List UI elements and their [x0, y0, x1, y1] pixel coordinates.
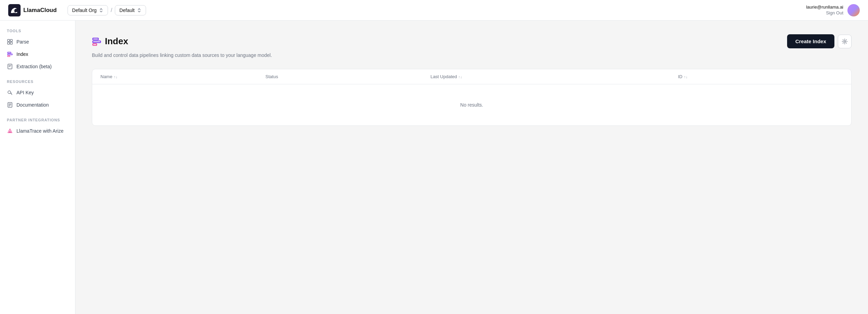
user-info: laurie@runllama.ai Sign Out [806, 4, 843, 16]
chevron-updown-icon-2 [137, 8, 142, 13]
page-subtitle: Build and control data pipelines linking… [92, 52, 852, 58]
app-header: LlamaCloud Default Org / Default laurie@… [0, 0, 868, 21]
settings-button[interactable] [838, 35, 852, 48]
project-selector[interactable]: Default [115, 5, 146, 15]
page-header: Index Create Index [92, 34, 852, 48]
svg-point-9 [8, 91, 11, 94]
main-content: Index Create Index Build and control dat… [75, 21, 868, 314]
svg-rect-4 [10, 42, 12, 44]
grid-icon [7, 39, 13, 45]
svg-point-14 [844, 40, 846, 42]
logo-text: LlamaCloud [23, 7, 57, 14]
page-icon [92, 37, 101, 46]
logo-icon [8, 4, 21, 16]
org-selector[interactable]: Default Org [68, 5, 108, 15]
svg-rect-13 [93, 44, 97, 45]
partner-section: PARTNER INTEGRATIONS LlamaTrace with Ari… [0, 118, 75, 137]
org-label: Default Org [72, 8, 97, 13]
column-last-updated[interactable]: Last Updated ↑↓ [431, 74, 678, 79]
header-actions: Create Index [787, 34, 852, 48]
svg-rect-11 [93, 38, 98, 40]
partner-section-label: PARTNER INTEGRATIONS [0, 118, 75, 125]
sort-arrows-id: ↑↓ [684, 75, 688, 79]
main-layout: TOOLS Parse [0, 21, 868, 314]
column-name[interactable]: Name ↑↓ [100, 74, 265, 79]
user-email: laurie@runllama.ai [806, 4, 843, 10]
avatar-image [847, 4, 860, 16]
sidebar-item-documentation[interactable]: Documentation [0, 99, 75, 111]
documentation-label: Documentation [16, 102, 49, 108]
table-body: No results. [92, 84, 851, 125]
svg-rect-0 [8, 4, 21, 16]
doc-icon [7, 102, 13, 108]
sidebar-item-api-key[interactable]: API Key [0, 86, 75, 99]
index-icon [7, 51, 13, 57]
svg-rect-7 [8, 56, 10, 57]
svg-rect-12 [93, 41, 101, 43]
sort-arrows-updated: ↑↓ [458, 75, 462, 79]
parse-label: Parse [16, 39, 29, 45]
svg-rect-5 [8, 52, 11, 53]
svg-rect-6 [8, 54, 12, 55]
column-id[interactable]: ID ↑↓ [678, 74, 843, 79]
table-header: Name ↑↓ Status Last Updated ↑↓ ID ↑↓ [92, 69, 851, 84]
chevron-updown-icon [99, 8, 104, 13]
resources-section: RESOURCES API Key Documentati [0, 80, 75, 111]
org-selectors: Default Org / Default [68, 5, 146, 15]
avatar [847, 4, 860, 16]
sidebar: TOOLS Parse [0, 21, 75, 314]
gear-icon [842, 38, 848, 45]
user-area: laurie@runllama.ai Sign Out [806, 4, 860, 16]
svg-rect-3 [8, 42, 10, 44]
index-label: Index [16, 51, 28, 57]
sort-arrows-name: ↑↓ [114, 75, 118, 79]
page-title-area: Index [92, 36, 128, 47]
empty-message: No results. [460, 102, 483, 108]
sidebar-item-parse[interactable]: Parse [0, 36, 75, 48]
sidebar-item-index[interactable]: Index [0, 48, 75, 60]
sidebar-item-extraction[interactable]: Extraction (beta) [0, 60, 75, 73]
logo: LlamaCloud [8, 4, 57, 16]
llamatrace-label: LlamaTrace with Arize [16, 128, 63, 134]
svg-rect-2 [10, 39, 12, 41]
svg-rect-1 [8, 39, 10, 41]
api-key-label: API Key [16, 90, 34, 95]
extraction-icon [7, 63, 13, 70]
column-status: Status [265, 74, 430, 79]
arize-icon [7, 128, 13, 134]
extraction-label: Extraction (beta) [16, 64, 52, 69]
resources-section-label: RESOURCES [0, 80, 75, 86]
key-icon [7, 89, 13, 96]
sidebar-item-llamatrace[interactable]: LlamaTrace with Arize [0, 125, 75, 137]
tools-section: TOOLS Parse [0, 29, 75, 73]
path-separator: / [111, 7, 112, 13]
tools-section-label: TOOLS [0, 29, 75, 36]
create-index-button[interactable]: Create Index [787, 34, 834, 48]
project-label: Default [119, 8, 134, 13]
sign-out-link[interactable]: Sign Out [826, 10, 843, 15]
page-title: Index [105, 36, 128, 47]
index-table: Name ↑↓ Status Last Updated ↑↓ ID ↑↓ No … [92, 69, 852, 126]
